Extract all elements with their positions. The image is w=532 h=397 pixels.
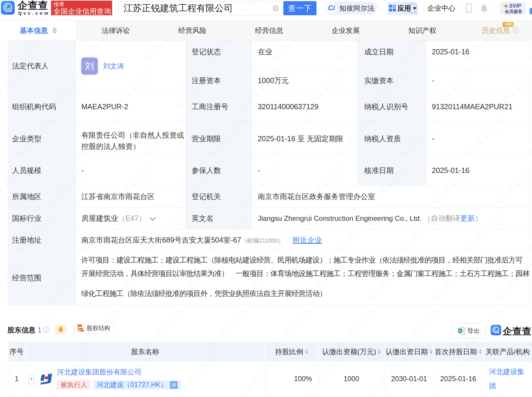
svg-text:X: X: [459, 329, 461, 333]
